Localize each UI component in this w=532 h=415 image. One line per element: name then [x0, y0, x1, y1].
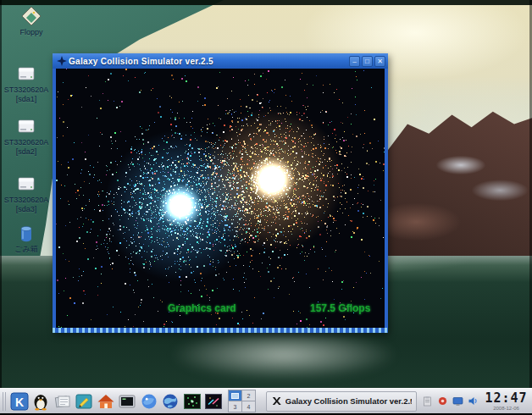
desktop-icon-sublabel: [sda2]: [2, 147, 51, 157]
desktop-icon-sublabel: [sda1]: [2, 95, 51, 104]
tux-icon: [31, 392, 50, 411]
screen-red-tray-icon[interactable]: [436, 396, 448, 407]
desktop-icon-trash[interactable]: ごみ箱: [2, 222, 51, 254]
starfield-canvas: [56, 69, 385, 328]
panel-handle[interactable]: [3, 392, 7, 411]
trash-icon: [15, 222, 37, 244]
panel-clock[interactable]: 12:47 2008-12-06: [483, 392, 529, 411]
app-icon: [57, 56, 67, 66]
close-button[interactable]: ✕: [374, 56, 385, 67]
pager-desktop-2[interactable]: 2: [242, 390, 255, 401]
browser-launcher[interactable]: [161, 391, 181, 412]
simulator-streaks-launcher[interactable]: [204, 391, 224, 412]
simulator-streaks-icon: [204, 392, 223, 411]
status-gflops-value: 157.5 Gflops: [310, 302, 370, 314]
x11-icon: [271, 396, 282, 407]
status-device-label: Graphics card: [168, 302, 236, 314]
hdd-icon: [15, 115, 37, 137]
desktop-icon-label: ST3320620A: [2, 138, 51, 147]
desktop-icon-label: ST3320620A: [2, 86, 51, 95]
pager-desktop-3[interactable]: 3: [229, 401, 241, 412]
maximize-button[interactable]: □: [362, 56, 373, 67]
files-launcher[interactable]: [53, 391, 73, 412]
desktop-icon-sda2[interactable]: ST3320620A [sda2]: [2, 115, 51, 157]
home-icon: [97, 392, 115, 411]
desktop-icon-floppy[interactable]: Floppy: [7, 5, 56, 37]
desktop-icon-label: ST3320620A: [2, 196, 51, 205]
pager-miniwindow: [231, 393, 239, 399]
clipboard-tray-icon[interactable]: [421, 396, 433, 407]
clock-time: 12:47: [483, 392, 529, 405]
window-titlebar[interactable]: Galaxy Collision Simulator ver.2.5 – □ ✕: [53, 53, 388, 69]
k-menu-icon: K: [10, 392, 29, 411]
editor-pencil-icon: [75, 392, 93, 411]
taskbar: K: [0, 388, 532, 413]
desktop-icon-sda3[interactable]: ST3320620A [sda3]: [2, 173, 51, 214]
editor-launcher[interactable]: [74, 391, 94, 412]
tux-launcher[interactable]: [30, 391, 51, 412]
desktop-icon-sublabel: [sda3]: [2, 205, 51, 214]
pager-desktop-1[interactable]: [229, 390, 241, 401]
desktop-icon-label: ごみ箱: [2, 245, 51, 254]
desktop-icon-label: Floppy: [7, 28, 56, 37]
video-top-band: [0, 0, 532, 5]
system-tray: [421, 396, 479, 407]
task-button-label: Galaxy Collision Simulator ver.2.5: [285, 396, 412, 406]
desktop-pager[interactable]: 2 3 4: [228, 390, 256, 412]
documents-icon: [53, 392, 72, 411]
floppy-icon: [20, 5, 42, 27]
globe-icon: [161, 392, 180, 411]
terminal-icon: [118, 392, 136, 411]
window-title: Galaxy Collision Simulator ver.2.5: [69, 57, 347, 66]
display-tray-icon[interactable]: [452, 396, 463, 407]
simulation-viewport[interactable]: Graphics card 157.5 Gflops: [56, 69, 385, 328]
clock-date: 2008-12-06: [483, 406, 529, 411]
window-bottom-border: [53, 328, 388, 333]
hdd-icon: [15, 173, 37, 195]
simulator-dots-launcher[interactable]: [182, 391, 202, 412]
terminal-launcher[interactable]: [117, 391, 137, 412]
galaxy-simulator-window: Galaxy Collision Simulator ver.2.5 – □ ✕…: [53, 53, 388, 333]
simulator-dots-icon: [183, 392, 202, 411]
desktop-icon-sda1[interactable]: ST3320620A [sda1]: [2, 63, 51, 104]
hdd-icon: [15, 63, 37, 85]
konqueror-icon: [140, 392, 158, 411]
minimize-button[interactable]: –: [349, 56, 360, 67]
pager-desktop-4[interactable]: 4: [242, 401, 255, 412]
home-launcher[interactable]: [96, 391, 116, 412]
konqueror-launcher[interactable]: [139, 391, 159, 412]
volume-tray-icon[interactable]: [467, 396, 479, 407]
svg-text:K: K: [15, 395, 24, 408]
k-menu-button[interactable]: K: [9, 391, 30, 412]
task-button-galaxy-simulator[interactable]: Galaxy Collision Simulator ver.2.5: [266, 391, 417, 412]
